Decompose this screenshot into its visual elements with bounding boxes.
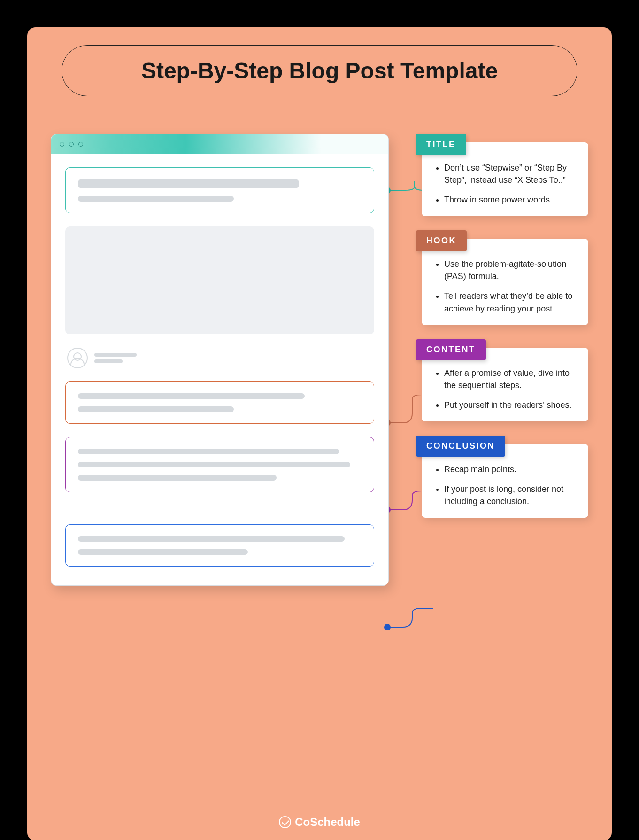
card-conclusion: CONCLUSION Recap main points. If your po…	[422, 444, 588, 518]
page-title: Step-By-Step Blog Post Template	[62, 45, 577, 96]
content-block	[65, 437, 374, 492]
placeholder-line	[78, 536, 345, 542]
placeholder-line	[78, 179, 299, 188]
card-item: If your post is long, consider not inclu…	[444, 483, 576, 507]
window-dot-icon	[78, 142, 83, 147]
connector-node-conclusion	[384, 624, 391, 630]
card-label-title: TITLE	[416, 134, 466, 155]
card-item: Recap main points.	[444, 463, 576, 475]
title-block	[65, 167, 374, 213]
window-dot-icon	[60, 142, 64, 147]
placeholder-line	[94, 359, 123, 363]
placeholder-line	[78, 196, 234, 202]
card-item: Throw in some power words.	[444, 194, 576, 206]
avatar-icon	[67, 348, 88, 368]
card-item: Use the problem-agitate-solution (PAS) f…	[444, 258, 576, 282]
diagram-body: TITLE Don’t use “Stepwise” or “Step By S…	[51, 134, 588, 817]
card-label-conclusion: CONCLUSION	[416, 436, 505, 457]
card-hook: HOOK Use the problem-agitate-solution (P…	[422, 239, 588, 325]
check-circle-icon	[279, 816, 291, 828]
card-label-hook: HOOK	[416, 230, 467, 251]
placeholder-line	[78, 549, 248, 555]
card-item: Don’t use “Stepwise” or “Step By Step”, …	[444, 162, 576, 186]
window-dot-icon	[69, 142, 74, 147]
placeholder-line	[78, 449, 339, 454]
browser-chrome	[51, 134, 388, 154]
browser-mockup	[51, 134, 389, 586]
footer-brand: CoSchedule	[27, 816, 612, 829]
placeholder-line	[78, 406, 234, 412]
card-title: TITLE Don’t use “Stepwise” or “Step By S…	[422, 142, 588, 216]
author-row	[65, 348, 374, 368]
conclusion-block	[65, 524, 374, 567]
card-label-content: CONTENT	[416, 339, 486, 360]
hook-block	[65, 381, 374, 424]
card-item: Put yourself in the readers’ shoes.	[444, 399, 576, 411]
card-content: CONTENT After a promise of value, dive i…	[422, 348, 588, 421]
feature-image-placeholder	[65, 226, 374, 334]
placeholder-line	[78, 462, 350, 467]
brand-name: CoSchedule	[295, 816, 360, 829]
placeholder-line	[78, 393, 305, 399]
card-item: Tell readers what they’d be able to achi…	[444, 290, 576, 314]
card-item: After a promise of value, dive into the …	[444, 367, 576, 391]
placeholder-line	[94, 353, 137, 357]
placeholder-line	[78, 475, 277, 481]
